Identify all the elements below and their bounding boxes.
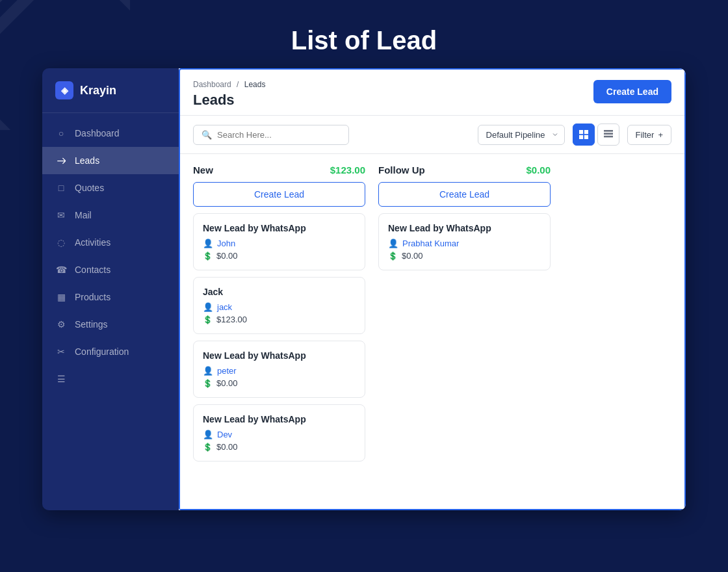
breadcrumb-separator: / — [237, 80, 239, 89]
person-icon-1: 👤 — [203, 239, 213, 248]
lead-amount-5: $0.00 — [402, 251, 423, 261]
content-panel: Dashboard / Leads Leads Create Lead 🔍 De… — [179, 68, 686, 510]
svg-rect-5 — [604, 133, 613, 135]
sidebar-label-contacts: Contacts — [75, 265, 110, 275]
person-icon-3: 👤 — [203, 366, 213, 376]
lead-title-5: New Lead by WhatsApp — [388, 223, 541, 233]
person-icon-5: 👤 — [388, 239, 398, 248]
svg-rect-4 — [604, 130, 613, 132]
sidebar-label-configuration: Configuration — [75, 346, 129, 357]
lead-card-5: New Lead by WhatsApp 👤 Prabhat Kumar 💲 $… — [378, 213, 551, 270]
header-left: Dashboard / Leads Leads — [193, 80, 265, 109]
lead-person-row-4: 👤 Dev — [203, 430, 356, 439]
settings-icon: ⚙ — [55, 318, 67, 330]
sidebar-item-activities[interactable]: ◌ Activities — [42, 229, 179, 256]
top-bar: Dashboard / Leads Leads Create Lead — [180, 70, 684, 116]
breadcrumb: Dashboard / Leads — [193, 80, 265, 89]
svg-rect-1 — [584, 130, 588, 134]
col-title-new: New — [193, 164, 213, 176]
svg-rect-0 — [579, 130, 583, 134]
sidebar-item-quotes[interactable]: □ Quotes — [42, 174, 179, 202]
lead-title-1: New Lead by WhatsApp — [203, 223, 356, 233]
search-input[interactable] — [217, 130, 341, 140]
create-lead-new-button[interactable]: Create Lead — [193, 182, 365, 207]
sidebar-item-contacts[interactable]: ☎ Contacts — [42, 256, 179, 283]
lead-title-4: New Lead by WhatsApp — [203, 414, 356, 424]
sidebar-label-mail: Mail — [75, 210, 92, 220]
lead-person-row-1: 👤 John — [203, 239, 356, 248]
sidebar-item-more[interactable]: ☰ — [42, 365, 179, 393]
col-amount-new: $123.00 — [330, 164, 365, 176]
lead-title-2: Jack — [203, 287, 356, 297]
lead-person-5: Prabhat Kumar — [402, 239, 459, 248]
create-lead-follow-up-button[interactable]: Create Lead — [378, 182, 551, 207]
kanban-col-new: New $123.00 Create Lead New Lead by What… — [193, 164, 365, 499]
grid-view-icon — [579, 130, 588, 139]
configuration-icon: ✂ — [55, 346, 67, 358]
svg-rect-2 — [579, 135, 583, 139]
logo-text: Krayin — [80, 84, 116, 98]
lead-amount-row-1: 💲 $0.00 — [203, 251, 356, 261]
sidebar-label-leads: Leads — [75, 155, 99, 166]
pipeline-select[interactable]: Default Pipeline — [478, 125, 565, 145]
filter-plus-icon: + — [658, 130, 663, 140]
sidebar-item-configuration[interactable]: ✂ Configuration — [42, 338, 179, 365]
lead-person-row-5: 👤 Prabhat Kumar — [388, 239, 541, 248]
sidebar-item-leads[interactable]: Leads — [42, 147, 179, 174]
dashboard-icon: ○ — [55, 127, 67, 139]
mail-icon: ✉ — [55, 209, 67, 221]
lead-card-4: New Lead by WhatsApp 👤 Dev 💲 $0.00 — [193, 404, 365, 462]
sidebar-item-mail[interactable]: ✉ Mail — [42, 202, 179, 229]
lead-amount-3: $0.00 — [216, 378, 238, 388]
sidebar-label-settings: Settings — [75, 319, 108, 330]
dollar-icon-1: 💲 — [203, 252, 213, 261]
lead-amount-1: $0.00 — [216, 251, 238, 261]
col-header-new: New $123.00 — [193, 164, 365, 176]
sidebar-label-quotes: Quotes — [75, 183, 104, 193]
grid-view-button[interactable] — [573, 124, 595, 146]
breadcrumb-current: Leads — [244, 80, 266, 89]
col-header-follow-up: Follow Up $0.00 — [378, 164, 551, 176]
kanban-col-follow-up: Follow Up $0.00 Create Lead New Lead by … — [378, 164, 551, 499]
toolbar: 🔍 Default Pipeline — [180, 116, 684, 154]
svg-rect-3 — [584, 135, 588, 139]
lead-person-1: John — [217, 239, 235, 248]
lead-card-2: Jack 👤 jack 💲 $123.00 — [193, 277, 365, 334]
kanban-board: New $123.00 Create Lead New Lead by What… — [180, 154, 684, 509]
table-view-icon — [604, 130, 613, 139]
dollar-icon-5: 💲 — [388, 252, 398, 261]
sidebar-item-dashboard[interactable]: ○ Dashboard — [42, 120, 179, 147]
person-icon-2: 👤 — [203, 302, 213, 312]
lead-person-row-3: 👤 peter — [203, 366, 356, 376]
products-icon: ▦ — [55, 291, 67, 303]
lead-amount-2: $123.00 — [216, 315, 247, 324]
sidebar-item-settings[interactable]: ⚙ Settings — [42, 311, 179, 338]
sidebar: ◈ Krayin ○ Dashboard Leads □ Quotes — [42, 68, 179, 510]
create-lead-button[interactable]: Create Lead — [593, 80, 671, 103]
page-title: List of Lead — [0, 26, 728, 55]
table-view-button[interactable] — [597, 124, 619, 146]
dollar-icon-3: 💲 — [203, 379, 213, 388]
lead-title-3: New Lead by WhatsApp — [203, 350, 356, 361]
lead-person-row-2: 👤 jack — [203, 302, 356, 312]
lead-person-2: jack — [217, 302, 232, 312]
lead-person-4: Dev — [217, 430, 232, 439]
search-box: 🔍 — [193, 125, 349, 145]
filter-label: Filter — [636, 130, 655, 140]
sidebar-logo: ◈ Krayin — [42, 68, 179, 113]
lead-amount-4: $0.00 — [216, 442, 238, 452]
main-content: Dashboard / Leads Leads Create Lead 🔍 De… — [179, 68, 686, 510]
filter-button[interactable]: Filter + — [627, 125, 671, 145]
breadcrumb-dashboard-link[interactable]: Dashboard — [193, 80, 231, 89]
search-icon: 🔍 — [202, 130, 212, 140]
svg-rect-6 — [604, 136, 613, 138]
quotes-icon: □ — [55, 182, 67, 194]
lead-amount-row-5: 💲 $0.00 — [388, 251, 541, 261]
sidebar-label-dashboard: Dashboard — [75, 128, 120, 138]
sidebar-item-products[interactable]: ▦ Products — [42, 283, 179, 311]
more-icon: ☰ — [55, 373, 67, 385]
page-header: List of Lead — [0, 0, 728, 68]
lead-card-3: New Lead by WhatsApp 👤 peter 💲 $0.00 — [193, 341, 365, 398]
sidebar-label-products: Products — [75, 292, 110, 302]
sidebar-label-activities: Activities — [75, 237, 110, 248]
